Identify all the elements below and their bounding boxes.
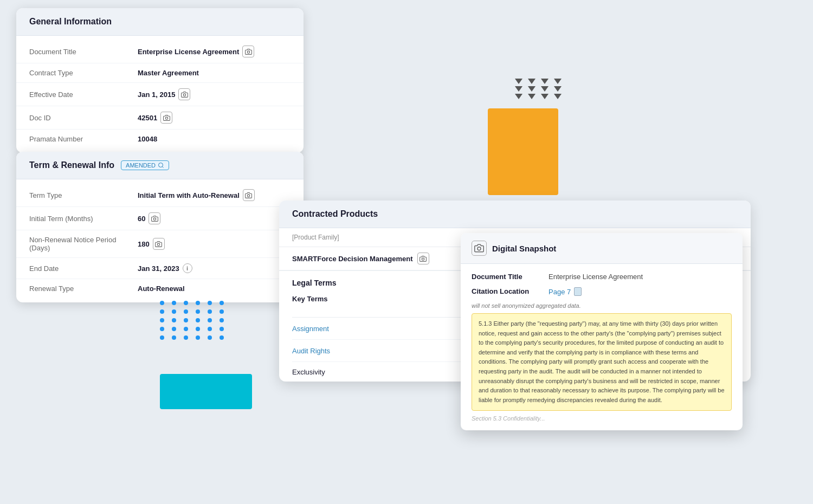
end-date-row: End Date Jan 31, 2023 i <box>16 258 304 279</box>
contract-type-value: Master Agreement <box>138 69 199 77</box>
initial-term-value: 60 <box>138 212 160 224</box>
digital-snapshot-highlighted-text: 5.1.3 Either party (the "requesting part… <box>472 313 732 411</box>
amended-badge: AMENDED <box>121 160 169 170</box>
ds-faded-above: will not sell anonymized aggregated data… <box>472 302 732 309</box>
term-type-label: Term Type <box>29 191 138 199</box>
renewal-type-value: Auto-Renewal <box>138 285 185 293</box>
effective-date-value: Jan 1, 2015 <box>138 88 190 100</box>
ds-doc-title-field: Document Title Enterprise License Agreem… <box>472 273 732 281</box>
term-renewal-title: Term & Renewal Info <box>29 160 114 170</box>
svg-point-8 <box>422 257 424 260</box>
contracted-products-header: Contracted Products <box>279 201 751 228</box>
general-info-body: Document Title Enterprise License Agreem… <box>16 36 304 153</box>
doc-title-camera-icon[interactable] <box>242 46 254 57</box>
contract-type-label: Contract Type <box>29 69 138 77</box>
svg-point-2 <box>165 117 167 119</box>
doc-id-row: Doc ID 42501 <box>16 106 304 130</box>
svg-point-1 <box>183 93 185 95</box>
svg-point-6 <box>153 217 156 219</box>
yellow-block-decoration <box>488 108 558 195</box>
dot-pattern-decoration <box>160 301 227 340</box>
effective-date-label: Effective Date <box>29 91 138 99</box>
page-doc-icon <box>574 287 582 296</box>
non-renewal-label: Non-Renewal Notice Period (Days) <box>29 236 138 252</box>
effective-date-row: Effective Date Jan 1, 2015 <box>16 83 304 106</box>
svg-point-3 <box>159 163 163 167</box>
digital-snapshot-title: Digital Snapshot <box>492 244 556 253</box>
non-renewal-value: 180 <box>138 238 165 250</box>
svg-point-5 <box>248 194 250 196</box>
cyan-block-decoration <box>160 374 252 409</box>
non-renewal-camera-icon[interactable] <box>153 238 165 250</box>
ds-doc-title-label: Document Title <box>472 273 542 281</box>
initial-term-row: Initial Term (Months) 60 <box>16 207 304 230</box>
pramata-number-label: Pramata Number <box>29 135 138 143</box>
term-renewal-body: Term Type Initial Term with Auto-Renewal… <box>16 179 304 302</box>
doc-id-value: 42501 <box>138 112 172 124</box>
doc-title-value: Enterprise License Agreement <box>138 46 254 57</box>
svg-point-0 <box>247 50 249 53</box>
end-date-label: End Date <box>29 264 138 273</box>
ds-citation-link[interactable]: Page 7 <box>549 287 582 296</box>
svg-point-7 <box>158 243 160 245</box>
initial-term-camera-icon[interactable] <box>149 212 160 224</box>
effective-date-camera-icon[interactable] <box>178 88 190 100</box>
doc-title-label: Document Title <box>29 48 138 56</box>
arrow-pattern-decoration <box>515 79 565 99</box>
term-type-camera-icon[interactable] <box>243 189 255 201</box>
digital-snapshot-body: Document Title Enterprise License Agreem… <box>461 264 743 430</box>
svg-line-4 <box>162 166 163 167</box>
term-type-row: Term Type Initial Term with Auto-Renewal <box>16 184 304 207</box>
ds-citation-field: Citation Location Page 7 <box>472 287 732 296</box>
renewal-type-row: Renewal Type Auto-Renewal <box>16 279 304 298</box>
product-camera-icon[interactable] <box>417 253 429 264</box>
term-type-value: Initial Term with Auto-Renewal <box>138 189 255 201</box>
end-date-info-icon[interactable]: i <box>183 263 192 273</box>
pramata-number-row: Pramata Number 10048 <box>16 130 304 148</box>
ds-doc-title-value: Enterprise License Agreement <box>549 273 643 281</box>
digital-snapshot-panel: Digital Snapshot Document Title Enterpri… <box>461 233 743 430</box>
term-renewal-header: Term & Renewal Info AMENDED <box>16 152 304 179</box>
doc-title-row: Document Title Enterprise License Agreem… <box>16 40 304 63</box>
ds-citation-label: Citation Location <box>472 287 542 295</box>
general-info-card: General Information Document Title Enter… <box>16 8 304 153</box>
digital-snapshot-camera-icon[interactable] <box>472 241 487 256</box>
end-date-value: Jan 31, 2023 i <box>138 263 192 273</box>
contract-type-row: Contract Type Master Agreement <box>16 63 304 83</box>
initial-term-label: Initial Term (Months) <box>29 215 138 223</box>
non-renewal-row: Non-Renewal Notice Period (Days) 180 <box>16 230 304 258</box>
doc-id-label: Doc ID <box>29 114 138 122</box>
term-renewal-card: Term & Renewal Info AMENDED Term Type In… <box>16 152 304 302</box>
renewal-type-label: Renewal Type <box>29 285 138 293</box>
digital-snapshot-header: Digital Snapshot <box>461 233 743 264</box>
pramata-number-value: 10048 <box>138 135 157 143</box>
digital-snapshot-faded-text: Section 5.3 Confidentiality... <box>472 415 732 422</box>
doc-id-camera-icon[interactable] <box>160 112 172 124</box>
svg-point-11 <box>478 247 481 250</box>
general-info-header: General Information <box>16 8 304 36</box>
